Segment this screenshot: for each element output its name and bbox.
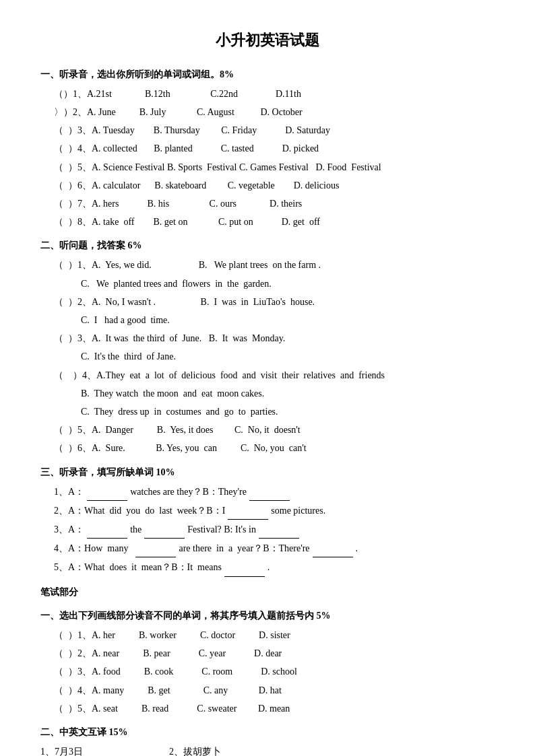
s2-q1: （ ）1、A. Yes, we did. B. We plant trees o…: [40, 256, 495, 291]
section3: 三、听录音，填写所缺单词 10% 1、A： watches are they？B…: [40, 464, 495, 577]
s2-q6: （ ）6、A. Sure. B. Yes, you can C. No, you…: [40, 440, 495, 456]
translation-title: 二、中英文互译 15%: [40, 724, 495, 741]
w-q3: （ ）3、A. food B. cook C. room D. school: [40, 663, 495, 680]
w-q4: （ ）4、A. many B. get C. any D. hat: [40, 682, 495, 699]
w-q5: （ ）5、A. seat B. read C. sweater D. mean: [40, 700, 495, 717]
section2: 二、听问题，找答案 6% （ ）1、A. Yes, we did. B. We …: [40, 237, 495, 456]
writing-title: 笔试部分: [40, 584, 495, 600]
writing-sub1-title: 一、选出下列画线部分读音不同的单词，将其序号填入题前括号内 5%: [40, 607, 495, 624]
question-1-7: （ ）7、A. hers B. his C. ours D. theirs: [40, 195, 495, 212]
question-1-3: （ ）3、A. Tuesday B. Thursday C. Friday D.…: [40, 122, 495, 139]
section3-title: 三、听录音，填写所缺单词 10%: [40, 464, 495, 481]
question-1-1: （）1、 A.21st B.12th C.22nd D.11th: [40, 85, 495, 102]
s2-q4: （ ）4、A.They eat a lot of delicious food …: [40, 367, 495, 421]
question-1-8: （ ）8、A. take off B. get on C. put on D. …: [40, 213, 495, 230]
section1-title: 一、听录音，选出你所听到的单词或词组。8%: [40, 66, 495, 83]
page-title: 小升初英语试题: [40, 27, 495, 54]
translation-section: 二、中英文互译 15% 1、7月3日 2、拔胡萝卜 3、玩得开心 4、春 节 5…: [40, 724, 495, 756]
s2-q3: （ ）3、A. It was the third of June. B. It …: [40, 330, 495, 365]
s2-q5: （ ）5、A. Danger B. Yes, it does C. No, it…: [40, 421, 495, 438]
question-1-4: （ ）4、A. collected B. planted C. tasted D…: [40, 140, 495, 157]
question-1-2: 〉）2、A. June B. July C. August D. October: [40, 104, 495, 121]
section2-title: 二、听问题，找答案 6%: [40, 237, 495, 254]
question-1-5: （ ）5、A. Science Festival B. Sports Festi…: [40, 159, 495, 176]
w-q2: （ ）2、A. near B. pear C. year D. dear: [40, 645, 495, 662]
question-1-6: （ ）6、A. calculator B. skateboard C. vege…: [40, 177, 495, 194]
w-q1: （ ）1、A. her B. worker C. doctor D. siste…: [40, 627, 495, 644]
writing-section: 笔试部分 一、选出下列画线部分读音不同的单词，将其序号填入题前括号内 5% （ …: [40, 584, 495, 717]
section1: 一、听录音，选出你所听到的单词或词组。8% （）1、 A.21st B.12th…: [40, 66, 495, 231]
s2-q2: （ ）2、A. No, I wasn't . B. I was in LiuTa…: [40, 294, 495, 329]
